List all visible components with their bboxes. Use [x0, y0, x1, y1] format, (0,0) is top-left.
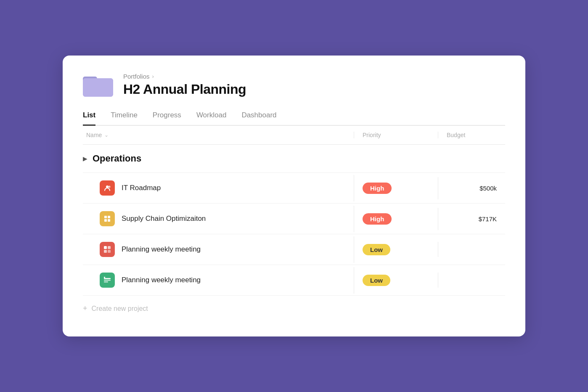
priority-badge-supply-chain: High — [363, 213, 392, 225]
col-name-label: Name — [86, 132, 102, 138]
page-title: H2 Annual Planning — [123, 82, 246, 97]
project-priority-planning1[interactable]: Low — [354, 236, 438, 263]
col-name-header: Name ⌄ — [83, 132, 354, 138]
project-name-cell-it-roadmap[interactable]: IT Roadmap — [83, 173, 354, 203]
table-row: IT Roadmap High $500k — [83, 173, 505, 204]
svg-rect-11 — [104, 250, 107, 253]
project-icon-planning1 — [100, 242, 115, 257]
project-priority-it-roadmap[interactable]: High — [354, 175, 438, 201]
project-priority-planning2[interactable]: Low — [354, 267, 438, 294]
col-budget-header: Budget — [438, 132, 505, 138]
table-row: Planning weekly meeting Low — [83, 234, 505, 265]
svg-rect-8 — [108, 219, 110, 222]
create-label: Create new project — [92, 305, 148, 313]
project-name-cell-supply-chain[interactable]: Supply Chain Optimizaiton — [83, 204, 354, 234]
tab-timeline[interactable]: Timeline — [111, 111, 138, 126]
svg-rect-6 — [108, 216, 110, 218]
priority-badge-planning1: Low — [363, 244, 390, 255]
section-chevron-operations[interactable]: ▶ — [83, 155, 87, 162]
breadcrumb-link[interactable]: Portfolios — [123, 73, 150, 80]
project-priority-supply-chain[interactable]: High — [354, 206, 438, 232]
sort-icon[interactable]: ⌄ — [104, 132, 109, 138]
svg-rect-14 — [104, 280, 111, 281]
tab-progress[interactable]: Progress — [153, 111, 181, 126]
header: Portfolios › H2 Annual Planning — [83, 72, 505, 98]
project-icon-planning2 — [100, 273, 115, 288]
tab-dashboard[interactable]: Dashboard — [241, 111, 276, 126]
project-name-it-roadmap: IT Roadmap — [122, 184, 161, 192]
table-row: Supply Chain Optimizaiton High $717K — [83, 204, 505, 234]
breadcrumb-chevron: › — [152, 73, 154, 79]
table: Name ⌄ Priority Budget ▶ Operations — [83, 126, 505, 316]
project-name-cell-planning1[interactable]: Planning weekly meeting — [83, 234, 354, 265]
project-budget-it-roadmap: $500k — [438, 177, 505, 199]
project-name-planning2: Planning weekly meeting — [122, 276, 201, 284]
svg-rect-15 — [104, 281, 108, 283]
project-name-cell-planning2[interactable]: Planning weekly meeting — [83, 265, 354, 295]
tabs-container: List Timeline Progress Workload Dashboar… — [83, 111, 505, 126]
project-budget-planning2 — [438, 273, 505, 288]
table-row: Planning weekly meeting Low — [83, 265, 505, 296]
project-budget-supply-chain: $717K — [438, 208, 505, 230]
create-plus-icon: + — [83, 304, 87, 313]
create-new-project-row[interactable]: + Create new project — [83, 296, 505, 316]
tab-workload[interactable]: Workload — [196, 111, 227, 126]
col-priority-header: Priority — [354, 132, 438, 138]
header-text: Portfolios › H2 Annual Planning — [123, 73, 246, 97]
breadcrumb: Portfolios › — [123, 73, 246, 80]
table-header: Name ⌄ Priority Budget — [83, 126, 505, 145]
section-title-operations: Operations — [93, 153, 141, 164]
svg-rect-5 — [104, 216, 107, 218]
tab-list[interactable]: List — [83, 111, 95, 126]
folder-icon — [83, 72, 113, 98]
project-icon-it-roadmap — [100, 180, 115, 196]
svg-rect-16 — [104, 277, 105, 278]
project-budget-planning1 — [438, 242, 505, 257]
project-icon-supply-chain — [100, 211, 115, 226]
main-card: Portfolios › H2 Annual Planning List Tim… — [63, 56, 525, 336]
svg-rect-9 — [104, 246, 107, 249]
svg-rect-13 — [104, 278, 111, 279]
project-name-supply-chain: Supply Chain Optimizaiton — [122, 215, 206, 223]
project-name-planning1: Planning weekly meeting — [122, 245, 201, 254]
svg-point-4 — [109, 186, 111, 188]
section-operations: ▶ Operations — [83, 145, 505, 173]
priority-badge-planning2: Low — [363, 275, 390, 286]
svg-rect-12 — [108, 250, 111, 253]
svg-rect-2 — [83, 78, 113, 97]
svg-rect-10 — [108, 246, 111, 249]
priority-badge-it-roadmap: High — [363, 183, 392, 194]
svg-rect-7 — [104, 219, 107, 222]
